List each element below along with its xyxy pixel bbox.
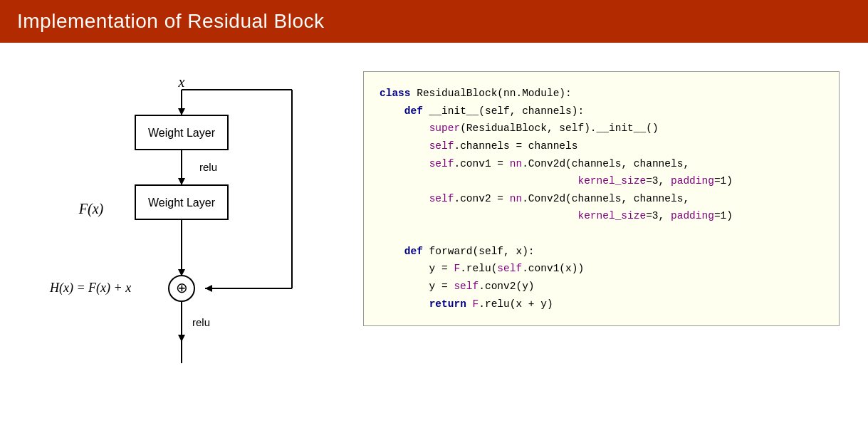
svg-marker-2 [178, 108, 185, 115]
header: Implementation of Residual Block [0, 0, 868, 43]
svg-text:relu: relu [192, 316, 210, 328]
svg-marker-16 [205, 285, 212, 292]
svg-text:relu: relu [199, 161, 217, 173]
svg-text:⊕: ⊕ [176, 280, 188, 296]
svg-text:F(x): F(x) [78, 201, 104, 217]
svg-marker-6 [178, 178, 185, 185]
svg-text:Weight Layer: Weight Layer [148, 127, 216, 139]
page-title: Implementation of Residual Block [17, 10, 325, 32]
svg-marker-21 [178, 335, 185, 342]
svg-text:x: x [178, 74, 185, 90]
code-block: class ResidualBlock(nn.Module): def __in… [363, 71, 840, 326]
diagram: x Weight Layer relu F(x) Weight Layer [28, 64, 335, 392]
svg-text:H(x) = F(x) + x: H(x) = F(x) + x [49, 281, 131, 296]
svg-text:Weight Layer: Weight Layer [148, 197, 216, 209]
